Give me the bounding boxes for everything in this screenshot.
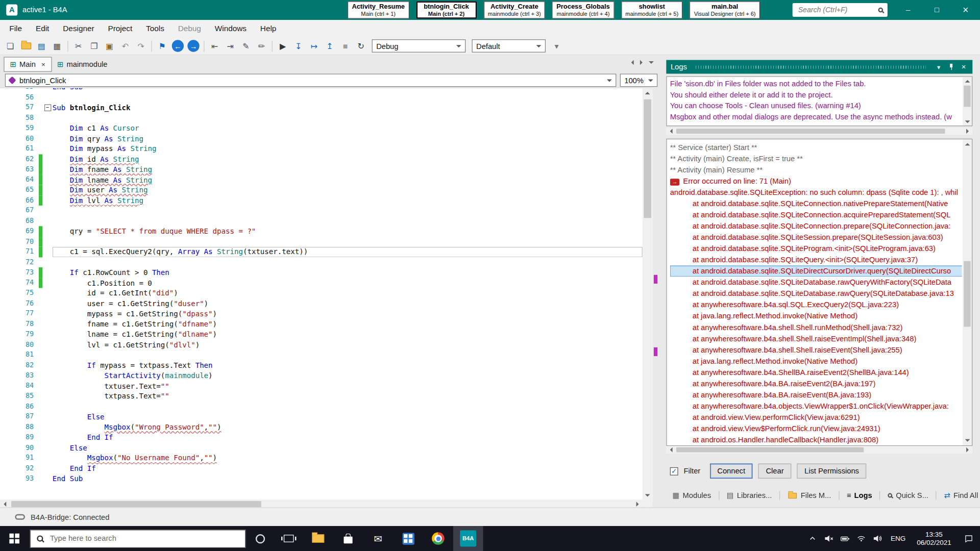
- scrollbar-down-icon[interactable]: [645, 494, 650, 497]
- scrollbar-thumb[interactable]: [964, 261, 970, 327]
- code-line-55[interactable]: 55End Sub: [0, 87, 643, 92]
- redo-icon[interactable]: ↷: [134, 39, 148, 53]
- code-line-85[interactable]: 85 txtpass.Text="": [0, 391, 643, 402]
- maximize-button[interactable]: □: [922, 0, 951, 20]
- log-entry-24[interactable]: at anywheresoftware.b4a.objects.ViewWrap…: [670, 400, 962, 412]
- code-line-65[interactable]: 65 Dim user As String: [0, 185, 643, 195]
- bookmark-icon[interactable]: ⚑: [155, 39, 169, 53]
- code-line-87[interactable]: 87 Else: [0, 412, 643, 422]
- connect-button[interactable]: Connect: [710, 464, 753, 479]
- log-entry-5[interactable]: android.database.sqlite.SQLiteException:…: [670, 187, 962, 198]
- log-entry-16[interactable]: at java.lang.reflect.Method.invoke(Nativ…: [670, 311, 962, 322]
- log-entry-1[interactable]: ** Service (starter) Start **: [670, 142, 962, 153]
- restart-icon[interactable]: ↻: [354, 39, 368, 53]
- quick-tab-process_globals[interactable]: Process_Globalsmainmodule (ctrl + 4): [552, 1, 614, 18]
- menu-file[interactable]: File: [3, 20, 29, 37]
- code-line-77[interactable]: 77 mypass = c1.GetString("dpass"): [0, 309, 643, 319]
- warning-line-2[interactable]: You should either delete it or add it to…: [670, 90, 962, 101]
- code-line-64[interactable]: 64 Dim lname As String: [0, 174, 643, 185]
- dock-tab-files-m[interactable]: Files M...: [785, 490, 834, 501]
- code-line-57[interactable]: 57−Sub btnlogin_Click: [0, 103, 643, 113]
- warnings-horizontal-scrollbar[interactable]: [666, 128, 972, 135]
- code-line-58[interactable]: 58: [0, 113, 643, 123]
- main-log[interactable]: ** Service (starter) Start **** Activity…: [666, 139, 972, 446]
- start-button[interactable]: [0, 526, 29, 551]
- log-entry-8[interactable]: at android.database.sqlite.SQLiteConnect…: [670, 220, 962, 232]
- scrollbar-right-icon[interactable]: [966, 129, 969, 134]
- tab-list-dropdown-icon[interactable]: [649, 61, 654, 64]
- step-into-icon[interactable]: ↧: [291, 39, 306, 53]
- log-entry-18[interactable]: at anywheresoftware.b4a.shell.Shell.rais…: [670, 333, 962, 344]
- log-entry-12[interactable]: at android.database.sqlite.SQLiteDirectC…: [670, 265, 962, 277]
- code-line-70[interactable]: 70: [0, 236, 643, 246]
- member-dropdown[interactable]: btnlogin_Click: [5, 73, 617, 87]
- code-line-81[interactable]: 81: [0, 350, 643, 360]
- code-line-91[interactable]: 91 Msgbox("No Username Found",""): [0, 453, 643, 463]
- tray-volume-button[interactable]: [869, 526, 886, 551]
- filter-checkbox[interactable]: [670, 467, 678, 475]
- outdent-icon[interactable]: ⇤: [208, 39, 222, 53]
- warnings-log[interactable]: File 'sison.db' in Files folder was not …: [666, 76, 972, 126]
- open-project-icon[interactable]: [19, 39, 33, 53]
- code-line-66[interactable]: 66 Dim lvl As String: [0, 195, 643, 206]
- log-entry-19[interactable]: at anywheresoftware.b4a.shell.Shell.rais…: [670, 344, 962, 356]
- log-entry-26[interactable]: at android.view.View$PerformClick.run(Vi…: [670, 423, 962, 434]
- menu-help[interactable]: Help: [253, 20, 283, 37]
- taskbar-app-b4a[interactable]: B4A: [453, 526, 483, 551]
- log-entry-6[interactable]: at android.database.sqlite.SQLiteConnect…: [670, 198, 962, 209]
- log-entry-20[interactable]: at java.lang.reflect.Method.invoke(Nativ…: [670, 356, 962, 367]
- indent-icon[interactable]: ⇥: [223, 39, 237, 53]
- save-icon[interactable]: ▤: [34, 39, 48, 53]
- log-entry-17[interactable]: at anywheresoftware.b4a.shell.Shell.runM…: [670, 322, 962, 333]
- code-line-73[interactable]: 73 If c1.RowCount > 0 Then: [0, 267, 643, 278]
- scrollbar-thumb[interactable]: [11, 501, 261, 507]
- minimize-button[interactable]: –: [894, 0, 922, 20]
- panel-menu-icon[interactable]: [935, 63, 943, 70]
- menu-debug[interactable]: Debug: [171, 20, 208, 37]
- log-entry-10[interactable]: at android.database.sqlite.SQLiteProgram…: [670, 243, 962, 254]
- tray-expand-button[interactable]: [804, 526, 821, 551]
- editor-vertical-scrollbar[interactable]: [643, 88, 653, 500]
- language-indicator[interactable]: ENG: [886, 535, 911, 542]
- logs-panel-header[interactable]: Logs: [666, 60, 972, 74]
- document-tab-main[interactable]: ⊞Main×: [4, 57, 52, 71]
- code-line-74[interactable]: 74 c1.Position = 0: [0, 278, 643, 288]
- document-tab-mainmodule[interactable]: ⊞mainmodule: [52, 57, 113, 71]
- scrollbar-thumb[interactable]: [676, 129, 945, 134]
- log-entry-3[interactable]: ** Activity (main) Resume **: [670, 164, 962, 176]
- menu-designer[interactable]: Designer: [56, 20, 101, 37]
- task-view-button[interactable]: [275, 526, 303, 551]
- log-entry-21[interactable]: at anywheresoftware.b4a.ShellBA.raiseEve…: [670, 367, 962, 378]
- tab-scroll-left-icon[interactable]: [631, 60, 634, 65]
- code-line-72[interactable]: 72: [0, 257, 643, 267]
- warnings-vertical-scrollbar[interactable]: [963, 77, 972, 126]
- log-entry-4[interactable]: →Error occurred on line: 71 (Main): [670, 176, 962, 187]
- code-line-92[interactable]: 92 End If: [0, 463, 643, 473]
- code-line-61[interactable]: 61 Dim mypass As String: [0, 144, 643, 154]
- quick-tab-activity_create[interactable]: Activity_Createmainmodule (ctrl + 3): [483, 1, 545, 18]
- code-line-63[interactable]: 63 Dim fname As String: [0, 164, 643, 174]
- scrollbar-right-icon[interactable]: [966, 447, 969, 453]
- quick-tab-activity_resume[interactable]: Activity_ResumeMain (ctrl + 1): [348, 1, 409, 18]
- code-line-78[interactable]: 78 fname = c1.GetString("dfname"): [0, 319, 643, 329]
- menu-edit[interactable]: Edit: [29, 20, 56, 37]
- code-line-89[interactable]: 89 End If: [0, 432, 643, 442]
- paste-icon[interactable]: ▣: [103, 39, 117, 53]
- close-button[interactable]: ×: [951, 0, 980, 20]
- build-config-combo[interactable]: Default: [472, 39, 545, 53]
- scrollbar-up-icon[interactable]: [965, 80, 970, 82]
- log-entry-13[interactable]: at android.database.sqlite.SQLiteDatabas…: [670, 277, 962, 288]
- taskbar-app-blue-tile[interactable]: [393, 526, 423, 551]
- log-vertical-scrollbar[interactable]: [963, 139, 972, 445]
- code-line-82[interactable]: 82 If mypass = txtpass.Text Then: [0, 360, 643, 370]
- code-line-83[interactable]: 83 StartActivity(mainmodule): [0, 370, 643, 381]
- log-entry-25[interactable]: at android.view.View.performClick(View.j…: [670, 412, 962, 423]
- log-entry-9[interactable]: at android.database.sqlite.SQLiteSession…: [670, 232, 962, 243]
- clear-button[interactable]: Clear: [758, 464, 792, 479]
- scrollbar-thumb[interactable]: [964, 86, 970, 107]
- build-mode-combo[interactable]: Debug: [372, 39, 466, 53]
- code-line-59[interactable]: 59 Dim c1 As Cursor: [0, 123, 643, 133]
- scrollbar-up-icon[interactable]: [965, 143, 970, 145]
- titlebar-search[interactable]: [793, 3, 888, 17]
- log-entry-2[interactable]: ** Activity (main) Create, isFirst = tru…: [670, 153, 962, 164]
